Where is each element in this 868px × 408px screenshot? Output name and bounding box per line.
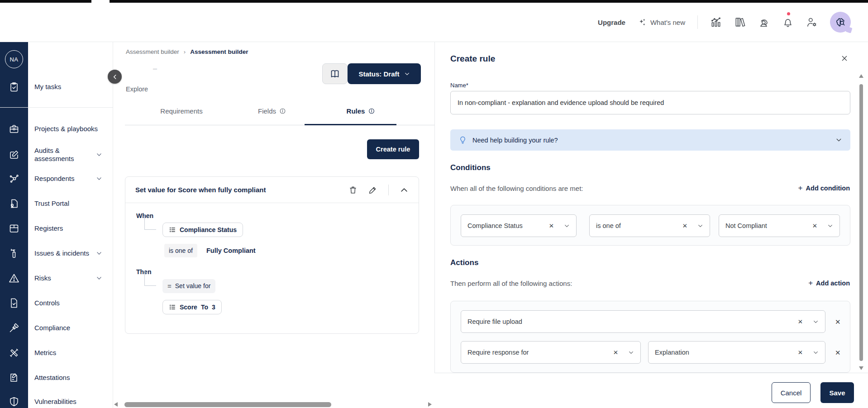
select-value: Explanation	[655, 349, 798, 356]
action-target-chip[interactable]: Score To 3	[162, 300, 222, 314]
explore-label: Explore	[126, 85, 148, 93]
sidebar-item-label: Audits & assessments	[28, 147, 96, 162]
avatar[interactable]: NA	[5, 50, 23, 68]
pencil-icon[interactable]	[368, 185, 377, 195]
clear-icon[interactable]: ✕	[549, 222, 554, 229]
sidebar-item-label: Trust Portal	[28, 199, 113, 208]
sidebar-item-label: Controls	[28, 299, 113, 307]
notifications-icon[interactable]	[782, 16, 794, 28]
sidebar-item-compliance[interactable]: Compliance	[0, 318, 113, 338]
when-label: When	[136, 212, 408, 219]
then-label: Then	[136, 268, 408, 275]
sidebar-item-respondents[interactable]: Respondents	[0, 169, 113, 189]
sidebar-item-projects-playbooks[interactable]: Projects & playbooks	[0, 119, 113, 139]
sidebar-item-risks[interactable]: Risks	[0, 268, 113, 288]
remove-action-icon[interactable]: ✕	[835, 349, 841, 357]
tasks-icon	[0, 81, 28, 92]
hscroll-left-arrow[interactable]	[114, 402, 118, 407]
chevron-down-icon	[96, 275, 102, 281]
action-type-select[interactable]: Require file upload ✕	[461, 310, 825, 333]
tab-requirements[interactable]: Requirements	[160, 107, 202, 115]
action-type-select[interactable]: Require response for ✕	[461, 341, 641, 364]
help-banner-text: Need help building your rule?	[472, 137, 830, 144]
sidebar-divider	[0, 107, 113, 108]
chevron-up-icon[interactable]	[400, 185, 409, 195]
tree-connector	[144, 270, 156, 286]
condition-field-label: Compliance Status	[180, 226, 237, 233]
sidebar-item-vulnerabilities[interactable]: Vulnerabilities	[0, 392, 113, 408]
list-icon	[169, 226, 176, 233]
rule-name-input[interactable]	[450, 91, 850, 114]
notification-dot	[787, 12, 790, 15]
add-action-label: Add action	[816, 280, 850, 287]
operator-chip: is one of	[164, 244, 197, 257]
vscroll-up-arrow[interactable]	[859, 74, 863, 78]
sidebar-item-issues-incidents[interactable]: Issues & incidents	[0, 243, 113, 263]
condition-group: Compliance Status ✕ is one of ✕ Not Comp…	[450, 205, 850, 246]
clear-icon[interactable]: ✕	[798, 318, 803, 325]
guide-book-button[interactable]	[322, 63, 348, 84]
shield-icon	[0, 396, 28, 407]
add-condition-label: Add condition	[806, 185, 850, 192]
sidebar-item-trust-portal[interactable]: Trust Portal	[0, 194, 113, 213]
upgrade-link[interactable]: Upgrade	[598, 19, 625, 26]
chevron-down-icon	[628, 350, 634, 356]
cancel-button[interactable]: Cancel	[772, 382, 811, 403]
toolbar-divider	[388, 185, 389, 195]
support-icon[interactable]	[758, 16, 770, 28]
add-condition-button[interactable]: + Add condition	[798, 184, 850, 193]
vscroll-down-arrow[interactable]	[859, 366, 863, 370]
sidebar-item-audits-assessments[interactable]: Audits & assessments	[0, 142, 113, 167]
chevron-down-icon	[96, 176, 102, 182]
analytics-icon[interactable]	[710, 16, 722, 28]
sidebar-item-controls[interactable]: Controls	[0, 293, 113, 313]
create-rule-button[interactable]: Create rule	[367, 139, 419, 159]
vscroll-thumb[interactable]	[859, 84, 863, 361]
clear-icon[interactable]: ✕	[798, 349, 803, 356]
close-icon[interactable]	[841, 55, 848, 64]
action-field-select[interactable]: Explanation ✕	[648, 341, 825, 364]
save-button[interactable]: Save	[820, 382, 854, 403]
clear-icon[interactable]: ✕	[613, 349, 618, 356]
breadcrumb-item[interactable]: Assessment builder	[126, 48, 179, 55]
clear-icon[interactable]: ✕	[682, 222, 687, 229]
tab-fields[interactable]: Fields	[258, 107, 286, 115]
condition-field-chip[interactable]: Compliance Status	[162, 223, 243, 237]
select-value: Require response for	[467, 349, 613, 356]
signature-doc-icon	[0, 372, 28, 383]
whats-new-label: What's new	[650, 19, 685, 26]
add-action-button[interactable]: + Add action	[808, 279, 850, 288]
select-value: Require file upload	[467, 318, 798, 325]
remove-action-icon[interactable]: ✕	[835, 318, 841, 326]
active-tab-underline	[305, 124, 396, 125]
plus-icon: +	[798, 184, 803, 193]
tab-rules[interactable]: Rules	[347, 107, 375, 115]
status-dropdown-button[interactable]: Status: Draft	[348, 63, 421, 84]
sidebar-item-metrics[interactable]: Metrics	[0, 343, 113, 363]
sparkles-icon	[638, 18, 647, 27]
condition-field-select[interactable]: Compliance Status ✕	[461, 214, 577, 237]
sidebar-item-registers[interactable]: Registers	[0, 218, 113, 238]
library-icon[interactable]	[734, 16, 746, 28]
condition-value-select[interactable]: Not Compliant ✕	[719, 214, 840, 237]
user-settings-icon[interactable]	[806, 16, 818, 28]
hscroll-right-arrow[interactable]	[428, 402, 432, 407]
ai-assistant-icon[interactable]	[830, 12, 851, 33]
help-banner[interactable]: Need help building your rule?	[450, 129, 850, 151]
clear-icon[interactable]: ✕	[812, 222, 817, 229]
collapsed-title-dash: –	[153, 65, 157, 73]
sidebar-item-attestations[interactable]: Attestations	[0, 368, 113, 388]
gavel-icon	[0, 323, 28, 333]
doc-check-icon	[0, 298, 28, 308]
hscroll-thumb[interactable]	[124, 402, 331, 407]
select-value: Compliance Status	[467, 222, 549, 229]
sidebar-item-my-tasks[interactable]: My tasks	[0, 77, 113, 97]
trash-icon[interactable]	[348, 185, 358, 195]
whats-new-link[interactable]: What's new	[638, 18, 685, 27]
breadcrumb-item-current: Assessment builder	[190, 48, 248, 55]
sidebar-item-label: Metrics	[28, 349, 113, 357]
condition-operator-select[interactable]: is one of ✕	[589, 214, 710, 237]
chevron-down-icon	[564, 223, 570, 229]
sidebar-item-label: Risks	[28, 274, 96, 282]
sidebar-collapse-button[interactable]	[108, 70, 122, 84]
